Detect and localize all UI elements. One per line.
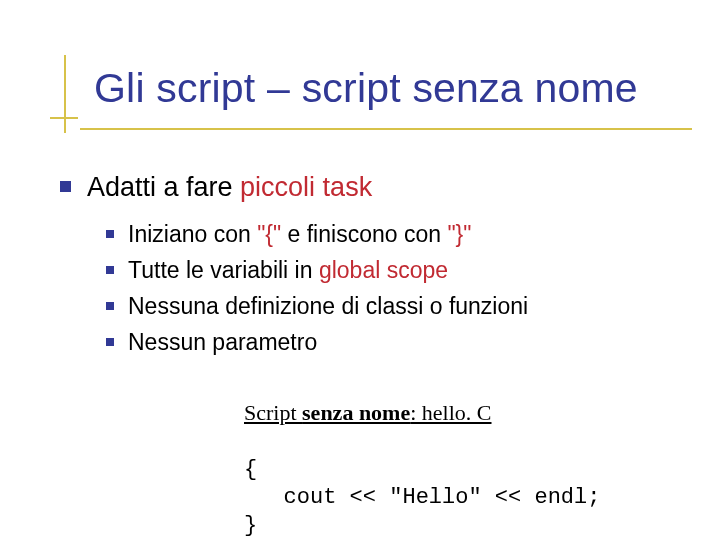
bullet-icon [106,338,114,346]
bullet-icon [106,302,114,310]
code-line: cout << "Hello" << endl; [244,485,600,510]
text-accent: global scope [319,257,448,283]
list-item-text: Tutte le variabili in global scope [128,254,448,286]
list-item-text: Nessuna definizione di classi o funzioni [128,290,528,322]
code-line: { [244,457,257,482]
bullet-level1: Adatti a fare piccoli task [60,170,680,204]
text-accent: "}" [447,221,471,247]
text-part: Iniziano con [128,221,257,247]
code-line: } [244,513,257,538]
text-part: Tutte le variabili in [128,257,319,283]
title-area: Gli script – script senza nome [50,55,690,112]
sub-list: Iniziano con "{" e finiscono con "}" Tut… [106,218,680,358]
caption-part: Script [244,400,302,425]
heading-text: Adatti a fare piccoli task [87,170,372,204]
bullet-icon [106,230,114,238]
list-item: Nessuna definizione di classi o funzioni [106,290,680,322]
title-corner-decoration [50,55,78,139]
bullet-icon [60,181,71,192]
title-underline [80,128,692,130]
caption-bold: senza nome [302,400,410,425]
code-caption: Script senza nome: hello. C [244,400,684,426]
code-block: { cout << "Hello" << endl; } [244,428,684,540]
slide-body: Adatti a fare piccoli task Iniziano con … [60,170,680,362]
slide-title: Gli script – script senza nome [94,55,690,112]
code-example: Script senza nome: hello. C { cout << "H… [244,400,684,540]
text-part: e finiscono con [281,221,447,247]
list-item: Tutte le variabili in global scope [106,254,680,286]
text-accent: "{" [257,221,281,247]
list-item: Iniziano con "{" e finiscono con "}" [106,218,680,250]
heading-prefix: Adatti a fare [87,172,240,202]
bullet-icon [106,266,114,274]
caption-part: : hello. C [410,400,491,425]
list-item-text: Iniziano con "{" e finiscono con "}" [128,218,471,250]
slide: Gli script – script senza nome Adatti a … [0,0,720,540]
list-item-text: Nessun parametro [128,326,317,358]
list-item: Nessun parametro [106,326,680,358]
heading-accent: piccoli task [240,172,372,202]
